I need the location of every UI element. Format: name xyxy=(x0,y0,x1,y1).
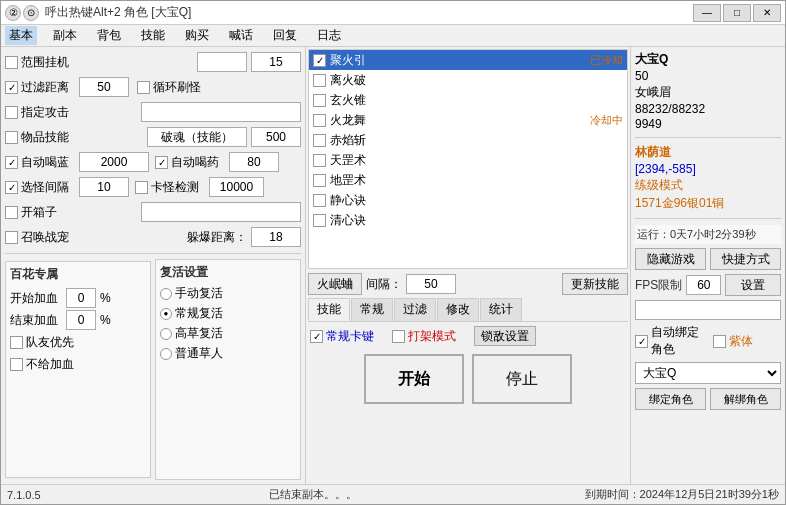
skill-item-qingxin[interactable]: 清心诀 xyxy=(309,210,627,230)
skill-item-juhuo[interactable]: 聚火引 已冷却 xyxy=(309,50,627,70)
team-first-checkbox[interactable] xyxy=(10,336,23,349)
dodge-dist-input[interactable] xyxy=(251,227,301,247)
interval-input[interactable] xyxy=(406,274,456,294)
unbind-char-button[interactable]: 解绑角色 xyxy=(710,388,781,410)
xunhuan-checkbox[interactable] xyxy=(137,81,150,94)
grass-revive-radio[interactable] xyxy=(160,328,172,340)
menu-item-skill[interactable]: 技能 xyxy=(137,26,169,45)
juhuo-checkbox[interactable] xyxy=(313,54,326,67)
autodrink-blue-input[interactable] xyxy=(79,152,149,172)
skill-item-chiyan[interactable]: 赤焰斩 xyxy=(309,130,627,150)
skill-select-button[interactable]: 火岷蛐 xyxy=(308,273,362,295)
autodrink-med-input[interactable] xyxy=(229,152,279,172)
autodrink-blue-label[interactable]: 自动喝蓝 xyxy=(5,154,75,171)
menu-item-reply[interactable]: 回复 xyxy=(269,26,301,45)
fanwei-input2[interactable] xyxy=(251,52,301,72)
wupin-checkbox[interactable] xyxy=(5,131,18,144)
skill-item-tiangang[interactable]: 天罡术 xyxy=(309,150,627,170)
wupin-checkbox-label[interactable]: 物品技能 xyxy=(5,129,75,146)
fanwei-checkbox[interactable] xyxy=(5,56,18,69)
extra-input[interactable] xyxy=(635,300,781,320)
tab-normal[interactable]: 常规 xyxy=(351,298,393,321)
tab-filter[interactable]: 过滤 xyxy=(394,298,436,321)
menu-item-shout[interactable]: 喊话 xyxy=(225,26,257,45)
no-give-label[interactable]: 不给加血 xyxy=(10,356,80,373)
tab-skill[interactable]: 技能 xyxy=(308,298,350,321)
autodrink-med-checkbox[interactable] xyxy=(155,156,168,169)
auto-bind-checkbox[interactable] xyxy=(635,335,648,348)
start-button[interactable]: 开始 xyxy=(364,354,464,404)
normal-key-label[interactable]: 常规卡键 xyxy=(310,328,380,345)
manual-revive-radio[interactable] xyxy=(160,288,172,300)
skill-item-lihuo[interactable]: 离火破 xyxy=(309,70,627,90)
fanwei-input1[interactable] xyxy=(197,52,247,72)
kaiguai-checkbox-label[interactable]: 卡怪检测 xyxy=(135,179,205,196)
wupin-val-input[interactable] xyxy=(251,127,301,147)
skill-item-digang[interactable]: 地罡术 xyxy=(309,170,627,190)
bind-char-button[interactable]: 绑定角色 xyxy=(635,388,706,410)
lihuo-checkbox[interactable] xyxy=(313,74,326,87)
minimize-button[interactable]: — xyxy=(693,4,721,22)
zhaohuan-checkbox[interactable] xyxy=(5,231,18,244)
fanwei-checkbox-label[interactable]: 范围挂机 xyxy=(5,54,75,71)
xunhuan-checkbox-label[interactable]: 循环刷怪 xyxy=(137,79,207,96)
kaihezi-checkbox-label[interactable]: 开箱子 xyxy=(5,204,75,221)
auto-bind-label[interactable]: 自动绑定角色 xyxy=(635,324,705,358)
menu-item-log[interactable]: 日志 xyxy=(313,26,345,45)
fps-set-button[interactable]: 设置 xyxy=(725,274,781,296)
fps-input[interactable] xyxy=(686,275,721,295)
autodrink-med-label[interactable]: 自动喝药 xyxy=(155,154,225,171)
skill-item-jingxin[interactable]: 静心诀 xyxy=(309,190,627,210)
stop-button[interactable]: 停止 xyxy=(472,354,572,404)
tab-stats[interactable]: 统计 xyxy=(480,298,522,321)
team-first-label[interactable]: 队友优先 xyxy=(10,334,80,351)
xuanhuo-checkbox[interactable] xyxy=(313,94,326,107)
kaiguai-input[interactable] xyxy=(209,177,264,197)
xuanze-input[interactable] xyxy=(79,177,129,197)
purple-label[interactable]: 紫体 xyxy=(713,333,783,350)
icon2[interactable]: ⊙ xyxy=(23,5,39,21)
menu-item-bag[interactable]: 背包 xyxy=(93,26,125,45)
menu-item-buy[interactable]: 购买 xyxy=(181,26,213,45)
dummy-revive-label[interactable]: 普通草人 xyxy=(160,345,296,362)
huolong-checkbox[interactable] xyxy=(313,114,326,127)
skill-item-huolong[interactable]: 火龙舞 冷却中 xyxy=(309,110,627,130)
hidden-game-button[interactable]: 隐藏游戏 xyxy=(635,248,706,270)
icon1[interactable]: ② xyxy=(5,5,21,21)
grass-revive-label[interactable]: 高草复活 xyxy=(160,325,296,342)
menu-item-dungeon[interactable]: 副本 xyxy=(49,26,81,45)
zhiding-checkbox-label[interactable]: 指定攻击 xyxy=(5,104,75,121)
tiangang-checkbox[interactable] xyxy=(313,154,326,167)
digang-checkbox[interactable] xyxy=(313,174,326,187)
jingxin-checkbox[interactable] xyxy=(313,194,326,207)
no-give-checkbox[interactable] xyxy=(10,358,23,371)
kaihezi-checkbox[interactable] xyxy=(5,206,18,219)
purple-checkbox[interactable] xyxy=(713,335,726,348)
xuanze-checkbox[interactable] xyxy=(5,181,18,194)
dummy-revive-radio[interactable] xyxy=(160,348,172,360)
zhiding-checkbox[interactable] xyxy=(5,106,18,119)
close-button[interactable]: ✕ xyxy=(753,4,781,22)
start-blood-input[interactable] xyxy=(66,288,96,308)
tab-modify[interactable]: 修改 xyxy=(437,298,479,321)
normal-key-checkbox[interactable] xyxy=(310,330,323,343)
normal-revive-label[interactable]: 常规复活 xyxy=(160,305,296,322)
chiyan-checkbox[interactable] xyxy=(313,134,326,147)
update-skill-button[interactable]: 更新技能 xyxy=(562,273,628,295)
kaihezi-input[interactable] xyxy=(141,202,301,222)
zhiding-input[interactable] xyxy=(141,102,301,122)
xuanze-checkbox-label[interactable]: 选怪间隔 xyxy=(5,179,75,196)
end-blood-input[interactable] xyxy=(66,310,96,330)
autodrink-blue-checkbox[interactable] xyxy=(5,156,18,169)
fight-mode-label[interactable]: 打架模式 xyxy=(392,328,462,345)
guolv-checkbox[interactable] xyxy=(5,81,18,94)
manual-revive-label[interactable]: 手动复活 xyxy=(160,285,296,302)
skill-item-xuanhuo[interactable]: 玄火锥 xyxy=(309,90,627,110)
fight-mode-checkbox[interactable] xyxy=(392,330,405,343)
lock-setting-button[interactable]: 锁敌设置 xyxy=(474,326,536,346)
guolv-checkbox-label[interactable]: 过滤距离 xyxy=(5,79,75,96)
guolv-input[interactable] xyxy=(79,77,129,97)
kaiguai-checkbox[interactable] xyxy=(135,181,148,194)
qingxin-checkbox[interactable] xyxy=(313,214,326,227)
menu-item-basic[interactable]: 基本 xyxy=(5,26,37,45)
